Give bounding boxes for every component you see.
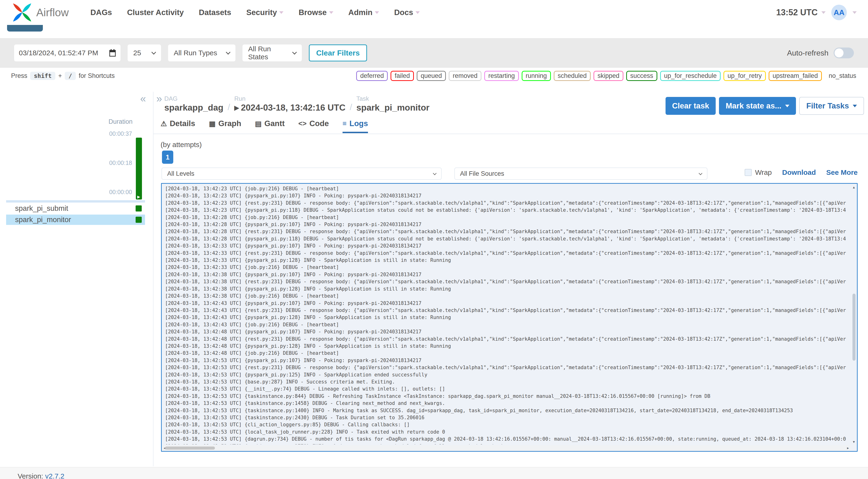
task-state-success-square[interactable]	[135, 217, 142, 223]
run-types-select[interactable]: All Run Types	[168, 44, 236, 61]
tab-logs[interactable]: ≡Logs	[343, 119, 368, 133]
log-line: [2024-03-18, 13:42:28 UTC] {pyspark_pi.p…	[165, 235, 849, 242]
scroll-right-icon[interactable]: ►	[845, 445, 851, 451]
shift-key: shift	[30, 72, 55, 80]
clear-task-button[interactable]: Clear task	[665, 97, 716, 115]
base-date-input[interactable]: 03/18/2024, 01:52:47 PM	[14, 44, 121, 61]
duration-tick: 00:00:18	[109, 160, 132, 166]
log-line: [2024-03-18, 13:42:53 UTC] {pyspark_pi.p…	[165, 371, 849, 378]
run-states-select[interactable]: All Run States	[243, 44, 302, 61]
collapse-sidebar-icon[interactable]: «	[140, 93, 146, 104]
avatar[interactable]: AA	[831, 5, 847, 20]
legend-badge-removed: removed	[449, 71, 482, 81]
nav-item-dags[interactable]: DAGs	[90, 8, 112, 17]
tab-details[interactable]: ⚠Details	[160, 119, 195, 133]
legend-badge-no-status: no_status	[825, 71, 857, 81]
legend-badge-deferred: deferred	[356, 71, 388, 81]
breadcrumb-separator: /	[350, 102, 352, 113]
auto-refresh-label: Auto-refresh	[787, 49, 829, 57]
expand-panel-icon[interactable]: »	[156, 93, 162, 104]
version-label: Version:	[18, 472, 43, 479]
wrap-checkbox[interactable]	[745, 169, 752, 176]
nav-item-label: Security	[246, 8, 277, 17]
tab-label: Code	[309, 119, 329, 128]
log-levels-select[interactable]: All Levels	[161, 167, 442, 180]
log-line: [2024-03-18, 13:42:33 UTC] {rest.py:231}…	[165, 250, 849, 257]
breadcrumb-task-value[interactable]: spark_pi_monitor	[356, 103, 429, 113]
top-navbar: Airflow DAGsCluster ActivityDatasetsSecu…	[0, 0, 868, 25]
nav-item-docs[interactable]: Docs	[394, 8, 420, 17]
tab-label: Logs	[349, 119, 368, 128]
clear-filters-button[interactable]: Clear Filters	[309, 44, 367, 61]
chevron-down-icon	[375, 11, 379, 14]
log-line: [2024-03-18, 13:42:38 UTC] {job.py:216} …	[165, 292, 849, 299]
attempt-1-button[interactable]: 1	[162, 151, 173, 164]
chevron-down-icon	[433, 171, 437, 175]
nav-item-label: Cluster Activity	[127, 8, 184, 17]
tab-label: Graph	[218, 119, 241, 128]
vertical-scrollbar[interactable]: ▲ ▼	[851, 184, 857, 445]
detail-tabs: ⚠Details▦Graph▤Gantt<>Code≡Logs	[160, 119, 368, 133]
chevron-down-icon	[785, 105, 789, 107]
nav-item-label: Admin	[348, 8, 373, 17]
clock-label: 13:52 UTC	[776, 7, 817, 18]
airflow-logo-icon[interactable]	[11, 2, 33, 23]
avatar-chevron-down-icon[interactable]	[852, 11, 857, 14]
runs-axis-strip	[6, 200, 145, 202]
scroll-down-icon[interactable]: ▼	[851, 439, 857, 445]
horizontal-scrollbar[interactable]: ◄ ►	[162, 445, 851, 451]
nav-item-admin[interactable]: Admin	[348, 8, 379, 17]
breadcrumb-run-value[interactable]: ▶ 2024-03-18, 13:42:16 UTC	[234, 103, 345, 113]
auto-refresh-toggle[interactable]	[834, 47, 854, 58]
log-line: [2024-03-18, 13:42:33 UTC] {pyspark_pi.p…	[165, 242, 849, 249]
log-lines: [2024-03-18, 13:42:23 UTC] {job.py:216} …	[165, 185, 849, 444]
gantt-icon: ▤	[255, 120, 261, 128]
log-line: [2024-03-18, 13:42:43 UTC] {rest.py:231}…	[165, 307, 849, 314]
nav-item-security[interactable]: Security	[246, 8, 283, 17]
log-line: [2024-03-18, 13:42:43 UTC] {pyspark_pi.p…	[165, 300, 849, 307]
log-line: [2024-03-18, 13:42:48 UTC] {pyspark_pi.p…	[165, 328, 849, 335]
tab-graph[interactable]: ▦Graph	[209, 119, 241, 133]
task-row-spark-pi-monitor[interactable]: spark_pi_monitor	[6, 215, 145, 225]
tabs-divider	[154, 134, 868, 134]
log-line: [2024-03-18, 13:42:53 UTC] {cli_action_l…	[165, 421, 849, 428]
duration-tick: 00:00:00	[109, 189, 132, 195]
log-output: [2024-03-18, 13:42:23 UTC] {job.py:216} …	[161, 183, 858, 452]
breadcrumb: DAG sparkapp_dag / Run ▶ 2024-03-18, 13:…	[164, 95, 429, 113]
mark-state-as-button[interactable]: Mark state as...	[719, 97, 796, 115]
task-row-spark-pi-submit[interactable]: spark_pi_submit	[6, 203, 145, 214]
task-state-success-square[interactable]	[135, 205, 142, 212]
breadcrumb-run-label: Run	[234, 95, 345, 102]
page-size-select[interactable]: 25	[128, 44, 161, 61]
tab-gantt[interactable]: ▤Gantt	[255, 119, 285, 133]
by-attempts-label: (by attempts)	[160, 141, 202, 149]
log-line: [2024-03-18, 13:42:38 UTC] {rest.py:231}…	[165, 278, 849, 285]
breadcrumb-dag-value[interactable]: sparkapp_dag	[164, 103, 223, 113]
legend-badge-restarting: restarting	[484, 71, 519, 81]
tab-label: Details	[170, 119, 195, 128]
breadcrumb-task-label: Task	[356, 95, 429, 102]
scroll-up-icon[interactable]: ▲	[851, 184, 857, 190]
nav-item-cluster-activity[interactable]: Cluster Activity	[127, 8, 184, 17]
see-more-link[interactable]: See More	[826, 168, 858, 177]
log-line: [2024-03-18, 13:42:28 UTC] {rest.py:231}…	[165, 228, 849, 235]
version-link[interactable]: v2.7.2	[45, 472, 64, 479]
clock-dropdown[interactable]: 13:52 UTC	[776, 7, 826, 18]
filter-tasks-button[interactable]: Filter Tasks	[799, 97, 864, 115]
horizontal-scroll-thumb[interactable]	[165, 447, 215, 450]
task-name: spark_pi_monitor	[15, 216, 71, 224]
file-sources-select[interactable]: All File Sources	[454, 167, 708, 180]
wrap-label: Wrap	[755, 168, 772, 177]
play-icon: ▶	[234, 104, 239, 111]
calendar-icon	[109, 49, 116, 57]
breadcrumb-separator: /	[228, 102, 230, 113]
shortcuts-legend-row: Press shift + / for Shortcuts deferredfa…	[0, 70, 868, 82]
dag-run-duration-bar[interactable]: ▶	[136, 138, 142, 199]
tab-code[interactable]: <>Code	[298, 119, 329, 133]
state-legend: deferredfailedqueuedremovedrestartingrun…	[356, 71, 857, 81]
vertical-scroll-thumb[interactable]	[852, 294, 856, 361]
nav-item-datasets[interactable]: Datasets	[199, 8, 231, 17]
nav-item-browse[interactable]: Browse	[299, 8, 333, 17]
download-link[interactable]: Download	[782, 168, 816, 177]
nav-menu: DAGsCluster ActivityDatasetsSecurityBrow…	[90, 8, 420, 17]
